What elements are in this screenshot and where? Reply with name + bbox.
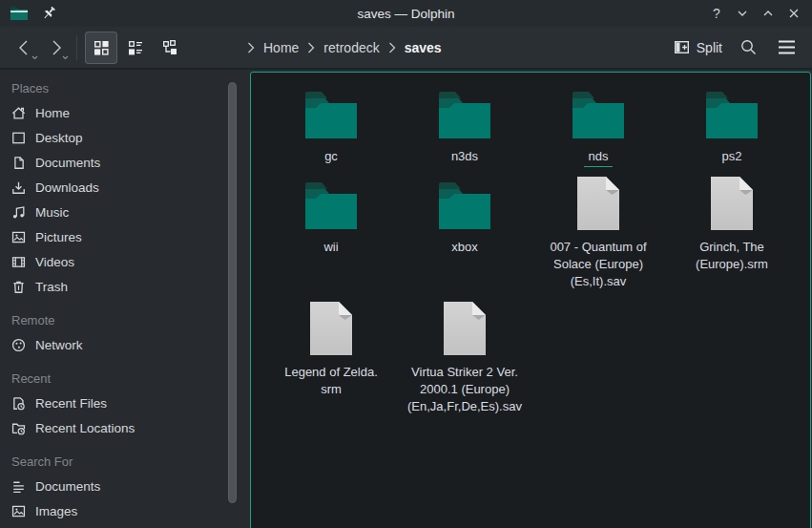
folder-item-n3ds[interactable]: n3ds bbox=[398, 86, 531, 177]
folder-item-gc[interactable]: gc bbox=[264, 86, 398, 177]
file-icon bbox=[310, 302, 352, 355]
places-panel: PlacesHomeDesktopDocumentsDownloadsMusic… bbox=[0, 72, 250, 528]
images-icon bbox=[10, 503, 27, 519]
sidebar-item-documents[interactable]: Documents bbox=[0, 150, 250, 175]
sidebar-item-label: Recent Locations bbox=[35, 421, 135, 435]
back-button[interactable] bbox=[10, 32, 40, 63]
split-label: Split bbox=[697, 40, 722, 55]
close-button[interactable] bbox=[785, 5, 802, 22]
split-icon bbox=[674, 39, 690, 55]
file-item-virtua-striker-2-ver-2000-1-europe-en-ja-fr-de-es-sav[interactable]: Virtua Striker 2 Ver.2000.1 (Europe)(En,… bbox=[398, 302, 531, 445]
file-icon bbox=[577, 177, 619, 230]
sidebar-item-network[interactable]: Network bbox=[0, 332, 250, 357]
file-item-grinch-the-europe-srm[interactable]: Grinch, The(Europe).srm bbox=[665, 177, 799, 302]
sidebar-item-recent-locations[interactable]: Recent Locations bbox=[0, 415, 250, 440]
file-item-007-quantum-of-solace-europe-es-it-sav[interactable]: 007 - Quantum ofSolace (Europe)(Es,It).s… bbox=[531, 177, 665, 302]
sidebar-item-label: Desktop bbox=[35, 131, 83, 145]
folder-icon bbox=[705, 86, 759, 139]
folder-icon bbox=[572, 86, 625, 139]
dolphin-app-icon bbox=[10, 6, 29, 21]
sidebar-item-label: Documents bbox=[35, 479, 100, 494]
folder-item-wii[interactable]: wii bbox=[264, 177, 398, 302]
split-button[interactable]: Split bbox=[670, 33, 726, 61]
item-label: wii bbox=[323, 239, 338, 256]
folder-icon bbox=[438, 177, 491, 230]
folder-item-xbox[interactable]: xbox bbox=[398, 177, 531, 302]
sidebar-section-remote: RemoteNetwork bbox=[0, 310, 250, 357]
network-icon bbox=[10, 337, 27, 353]
minimize-button[interactable] bbox=[734, 5, 751, 22]
help-button[interactable]: ? bbox=[708, 5, 725, 22]
breadcrumb-item-saves[interactable]: saves bbox=[400, 40, 447, 55]
sidebar-item-label: Recent Files bbox=[35, 396, 107, 411]
item-label: ps2 bbox=[722, 148, 742, 165]
back-dropdown-icon bbox=[31, 55, 38, 60]
window-title: saves — Dolphin bbox=[0, 7, 812, 21]
forward-button[interactable] bbox=[40, 32, 71, 63]
section-header-remote: Remote bbox=[0, 310, 250, 332]
sidebar-item-home[interactable]: Home bbox=[0, 100, 250, 125]
breadcrumb: Homeretrodecksaves bbox=[247, 40, 447, 55]
sidebar-item-pictures[interactable]: Pictures bbox=[0, 224, 250, 249]
breadcrumb-chevron-icon bbox=[307, 42, 315, 53]
recent-files-icon bbox=[10, 395, 27, 412]
sidebar-item-label: Documents bbox=[35, 156, 100, 170]
item-label: xbox bbox=[451, 239, 477, 256]
sidebar-item-audio[interactable]: Audio bbox=[0, 523, 250, 528]
file-grid: gc n3ds nds ps2 wii xbox 007 - Quantum o… bbox=[251, 73, 810, 445]
sidebar-item-documents[interactable]: Documents bbox=[0, 474, 250, 498]
file-item-legend-of-zelda-srm[interactable]: Legend of Zelda.srm bbox=[264, 302, 398, 445]
details-view-button[interactable] bbox=[119, 32, 152, 64]
sidebar-scrollbar[interactable] bbox=[228, 82, 237, 503]
recent-locations-icon bbox=[10, 420, 27, 436]
content-area: PlacesHomeDesktopDocumentsDownloadsMusic… bbox=[0, 72, 812, 528]
tree-view-button[interactable] bbox=[154, 32, 186, 64]
sidebar-item-downloads[interactable]: Downloads bbox=[0, 175, 250, 200]
folder-item-nds[interactable]: nds bbox=[531, 86, 665, 177]
search-button[interactable] bbox=[732, 32, 764, 64]
sidebar-item-music[interactable]: Music bbox=[0, 200, 250, 224]
sidebar-item-label: Videos bbox=[35, 255, 74, 269]
videos-icon bbox=[10, 254, 27, 270]
sidebar-item-label: Downloads bbox=[35, 180, 99, 195]
file-icon bbox=[444, 302, 486, 355]
file-icon bbox=[711, 177, 753, 230]
sidebar-item-desktop[interactable]: Desktop bbox=[0, 125, 250, 150]
pictures-icon bbox=[10, 229, 27, 245]
sidebar-item-recent-files[interactable]: Recent Files bbox=[0, 391, 250, 415]
sidebar-item-images[interactable]: Images bbox=[0, 498, 250, 523]
folder-icon bbox=[438, 86, 491, 139]
breadcrumb-chevron-icon bbox=[247, 42, 255, 53]
maximize-button[interactable] bbox=[760, 5, 777, 22]
sidebar-item-label: Music bbox=[35, 205, 69, 220]
item-label: nds bbox=[584, 148, 614, 167]
breadcrumb-item-retrodeck[interactable]: retrodeck bbox=[319, 40, 384, 55]
item-label: Legend of Zelda.srm bbox=[284, 364, 378, 398]
item-label: Grinch, The(Europe).srm bbox=[696, 239, 768, 273]
sidebar-section-recent: RecentRecent FilesRecent Locations bbox=[0, 369, 250, 440]
file-view[interactable]: gc n3ds nds ps2 wii xbox 007 - Quantum o… bbox=[250, 72, 811, 528]
sidebar-item-videos[interactable]: Videos bbox=[0, 249, 250, 274]
desktop-icon bbox=[10, 130, 27, 146]
sidebar-item-label: Trash bbox=[35, 280, 68, 294]
sidebar-item-label: Pictures bbox=[35, 230, 82, 244]
item-label: gc bbox=[324, 148, 338, 165]
menu-button[interactable] bbox=[770, 32, 802, 64]
section-header-search-for: Search For bbox=[0, 452, 250, 474]
sidebar-section-places: PlacesHomeDesktopDocumentsDownloadsMusic… bbox=[0, 78, 250, 299]
item-label: Virtua Striker 2 Ver.2000.1 (Europe)(En,… bbox=[407, 364, 522, 415]
toolbar-separator bbox=[76, 35, 77, 60]
folder-item-ps2[interactable]: ps2 bbox=[665, 86, 799, 177]
item-label: 007 - Quantum ofSolace (Europe)(Es,It).s… bbox=[550, 239, 646, 290]
hamburger-icon bbox=[778, 40, 796, 54]
pin-icon[interactable] bbox=[42, 6, 57, 21]
titlebar: saves — Dolphin ? bbox=[0, 0, 812, 27]
item-label: n3ds bbox=[451, 148, 478, 165]
downloads-icon bbox=[10, 180, 27, 196]
section-header-places: Places bbox=[0, 78, 250, 100]
sidebar-item-label: Images bbox=[35, 504, 77, 518]
sidebar-item-trash[interactable]: Trash bbox=[0, 274, 250, 299]
breadcrumb-item-home[interactable]: Home bbox=[259, 40, 303, 55]
sidebar-item-label: Home bbox=[35, 106, 70, 120]
icons-view-button[interactable] bbox=[85, 32, 117, 64]
